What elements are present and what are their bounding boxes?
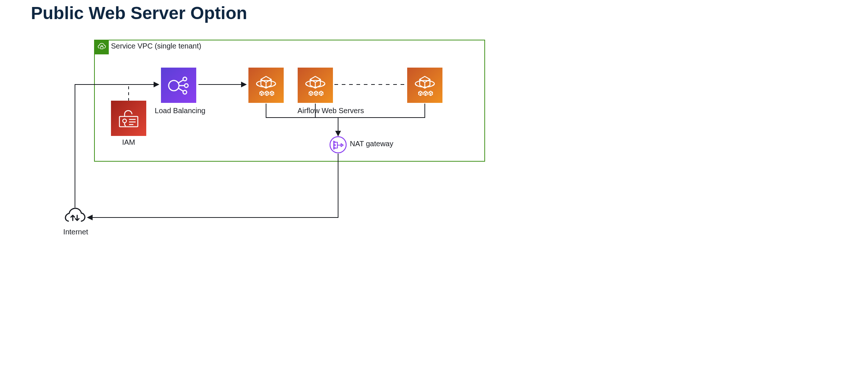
web-server-node — [407, 68, 442, 103]
svg-line-5 — [178, 80, 183, 83]
svg-point-2 — [183, 77, 187, 81]
svg-point-4 — [183, 90, 187, 94]
web-server-node — [248, 68, 284, 103]
load-balancer-icon — [166, 72, 191, 98]
svg-point-1 — [169, 80, 179, 91]
internet-node — [63, 206, 87, 226]
load-balancing-label: Load Balancing — [147, 107, 213, 115]
container-icon — [253, 72, 279, 98]
edge-nat-to-internet — [87, 154, 338, 217]
internet-label: Internet — [57, 228, 94, 236]
diagram-canvas: Public Web Server Option Service VPC (si… — [0, 0, 868, 374]
container-icon — [412, 72, 438, 98]
svg-point-3 — [184, 84, 188, 87]
vpc-label: Service VPC (single tenant) — [111, 42, 201, 50]
svg-line-7 — [178, 88, 183, 91]
page-title: Public Web Server Option — [31, 3, 247, 23]
cloud-lock-icon — [94, 40, 109, 54]
svg-point-12 — [123, 119, 126, 123]
web-servers-label: Airflow Web Servers — [283, 107, 379, 115]
iam-label: IAM — [111, 138, 146, 147]
nat-gateway-icon — [329, 136, 347, 154]
nat-gateway-node — [329, 136, 347, 154]
iam-node — [111, 101, 146, 136]
web-server-node — [298, 68, 333, 103]
iam-icon — [116, 105, 141, 131]
svg-rect-0 — [100, 47, 103, 49]
container-icon — [302, 72, 329, 98]
cloud-updown-icon — [63, 206, 87, 226]
load-balancing-node — [161, 68, 196, 103]
nat-gateway-label: NAT gateway — [350, 140, 409, 148]
